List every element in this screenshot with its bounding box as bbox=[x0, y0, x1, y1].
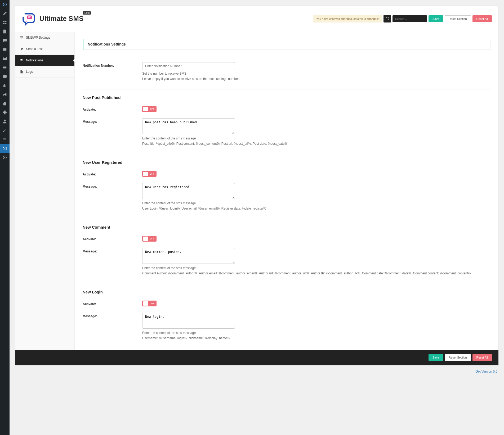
toggle-label: OFF bbox=[149, 108, 157, 110]
brand-logo-icon bbox=[22, 11, 36, 26]
field-label: Activate: bbox=[83, 236, 142, 241]
panel-header: Ultimate SMS 1.0.0 You have unsaved chan… bbox=[15, 6, 498, 32]
help-text: Enter the content of the sms message bbox=[142, 201, 490, 205]
section-heading: New User Registered bbox=[83, 154, 490, 168]
activate-toggle[interactable]: OFF bbox=[142, 301, 157, 306]
section-heading: New Post Published bbox=[83, 89, 490, 103]
svg-rect-3 bbox=[28, 16, 31, 17]
wp-menu-comments[interactable] bbox=[0, 36, 10, 45]
settings-panel: Ultimate SMS 1.0.0 You have unsaved chan… bbox=[15, 5, 499, 365]
wp-menu-pages[interactable] bbox=[0, 27, 10, 36]
sidebar-item-label: Send a Test bbox=[26, 47, 43, 51]
field-activate: Activate: OFF bbox=[83, 103, 490, 115]
brand: Ultimate SMS 1.0.0 bbox=[22, 11, 83, 26]
sidebar-item-notifications[interactable]: Notifications bbox=[15, 55, 74, 66]
wp-menu-settings[interactable] bbox=[0, 135, 10, 144]
wp-admin-sidebar bbox=[0, 0, 10, 383]
field-label: Activate: bbox=[83, 301, 142, 306]
toggle-handle bbox=[143, 107, 148, 111]
svg-rect-2 bbox=[27, 16, 32, 19]
svg-point-7 bbox=[22, 37, 23, 38]
field-label: Message: bbox=[83, 248, 142, 253]
file-icon bbox=[20, 70, 23, 74]
paper-plane-icon bbox=[20, 47, 23, 51]
field-label: Activate: bbox=[83, 171, 142, 176]
expand-toggle-button[interactable] bbox=[383, 15, 391, 22]
svg-point-8 bbox=[21, 38, 21, 39]
field-label: Notification Number: bbox=[83, 62, 142, 67]
wp-menu-plugins[interactable] bbox=[0, 108, 10, 117]
help-text: Leave empty if you want to receive sms o… bbox=[142, 77, 490, 81]
settings-sidebar: SMSWP Settings Send a Test Notifications… bbox=[15, 32, 75, 350]
svg-point-6 bbox=[21, 36, 21, 37]
version-badge: 1.0.0 bbox=[83, 11, 91, 15]
help-text: User Login: %user_login%. User email: %u… bbox=[142, 207, 490, 210]
toggle-label: OFF bbox=[149, 237, 157, 240]
activate-toggle[interactable]: OFF bbox=[142, 106, 157, 112]
help-text: Set the number to receive SMS. bbox=[142, 72, 490, 75]
help-text: Username: %username_login%. Nickname: %d… bbox=[142, 336, 490, 340]
brand-title: Ultimate SMS 1.0.0 bbox=[39, 15, 83, 23]
wp-menu-media[interactable] bbox=[0, 18, 10, 27]
flag-icon bbox=[20, 59, 23, 62]
wp-menu-dashboard[interactable] bbox=[0, 0, 10, 9]
message-textarea[interactable] bbox=[142, 118, 235, 134]
footer-save-button[interactable]: Save bbox=[429, 354, 443, 361]
field-message: Message: Enter the content of the sms me… bbox=[83, 245, 490, 278]
wp-menu-posts[interactable] bbox=[0, 9, 10, 18]
message-textarea[interactable] bbox=[142, 313, 235, 329]
unsaved-notice: You have unsaved changes, save your chan… bbox=[313, 15, 382, 22]
sidebar-item-logs[interactable]: Logs bbox=[15, 66, 74, 78]
svg-point-5 bbox=[25, 20, 27, 22]
toggle-handle bbox=[143, 237, 148, 241]
wp-menu-sms[interactable] bbox=[0, 144, 10, 153]
section-heading: New Login bbox=[83, 284, 490, 297]
help-text: Post title: %post_title%. Post content: … bbox=[142, 142, 490, 146]
toggle-handle bbox=[143, 172, 148, 176]
field-activate: Activate: OFF bbox=[83, 168, 490, 180]
panel-footer: Save Reset Section Reset All bbox=[15, 350, 498, 365]
wp-menu-item-icon[interactable] bbox=[0, 45, 10, 54]
help-text: Enter the content of the sms message bbox=[142, 266, 490, 270]
toggle-label: OFF bbox=[149, 173, 157, 175]
message-textarea[interactable] bbox=[142, 183, 235, 199]
sliders-icon bbox=[20, 36, 23, 39]
wp-menu-mail-icon[interactable] bbox=[0, 54, 10, 63]
toggle-handle bbox=[143, 301, 148, 306]
reset-all-button[interactable]: Reset All bbox=[472, 15, 492, 22]
get-version-link[interactable]: Get Version 5.6 bbox=[475, 370, 497, 373]
wp-menu-tools[interactable] bbox=[0, 126, 10, 135]
wp-menu-collapse[interactable] bbox=[0, 153, 10, 162]
field-message: Message: Enter the content of the sms me… bbox=[83, 115, 490, 149]
footer-reset-section-button[interactable]: Reset Section bbox=[445, 354, 471, 361]
field-message: Message: Enter the content of the sms me… bbox=[83, 310, 490, 343]
help-text: Comment Author: %comment_author%. Author… bbox=[142, 271, 490, 275]
field-notification-number: Notification Number: Set the number to r… bbox=[83, 59, 490, 84]
activate-toggle[interactable]: OFF bbox=[142, 171, 157, 177]
wp-menu-item-icon[interactable] bbox=[0, 63, 10, 72]
sidebar-item-smswp-settings[interactable]: SMSWP Settings bbox=[15, 32, 74, 43]
activate-toggle[interactable]: OFF bbox=[142, 236, 157, 242]
wp-menu-users[interactable] bbox=[0, 117, 10, 126]
field-label: Message: bbox=[83, 183, 142, 188]
notification-number-input[interactable] bbox=[142, 62, 235, 70]
svg-point-1 bbox=[3, 156, 7, 159]
sidebar-item-send-test[interactable]: Send a Test bbox=[15, 43, 74, 55]
wp-menu-marketing-icon[interactable] bbox=[0, 90, 10, 99]
help-text: Enter the content of the sms message bbox=[142, 137, 490, 140]
save-button[interactable]: Save bbox=[429, 15, 443, 22]
field-label: Message: bbox=[83, 118, 142, 124]
svg-rect-0 bbox=[3, 66, 7, 68]
search-input[interactable] bbox=[393, 15, 427, 22]
wp-menu-appearance[interactable] bbox=[0, 99, 10, 108]
reset-section-button[interactable]: Reset Section bbox=[445, 15, 471, 22]
sidebar-item-label: SMSWP Settings bbox=[26, 36, 50, 39]
message-textarea[interactable] bbox=[142, 248, 235, 264]
field-activate: Activate: OFF bbox=[83, 233, 490, 245]
wp-menu-analytics-icon[interactable] bbox=[0, 81, 10, 90]
page-title: Notifications Settings bbox=[83, 39, 490, 50]
section-heading: New Comment bbox=[83, 219, 490, 233]
help-text: Enter the content of the sms message bbox=[142, 331, 490, 335]
footer-reset-all-button[interactable]: Reset All bbox=[472, 354, 492, 361]
wp-menu-item-icon[interactable] bbox=[0, 72, 10, 81]
